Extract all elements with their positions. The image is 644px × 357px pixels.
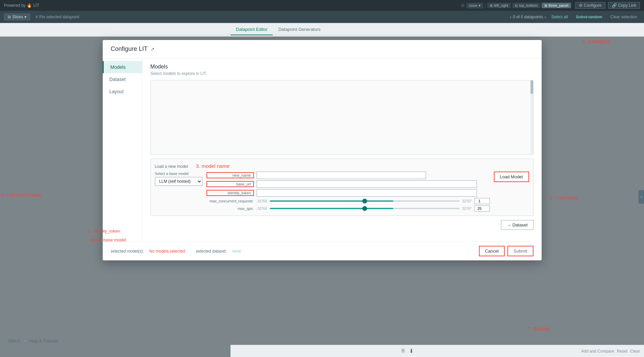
base-model-select: Select a base model LLM (self hosted) bbox=[155, 172, 202, 186]
reset-label: Reset bbox=[617, 349, 627, 354]
max-qps-max: 32767 bbox=[462, 207, 472, 211]
max-concurrent-slider[interactable] bbox=[270, 200, 460, 202]
cancel-button[interactable]: Cancel bbox=[479, 246, 505, 256]
load-model-header: Load a new model 3. model name bbox=[155, 163, 529, 169]
load-model-section: Load a new model 3. model name Select a … bbox=[150, 159, 534, 216]
load-model-controls: Select a base model LLM (self hosted) ne… bbox=[155, 172, 529, 212]
datapoints-nav: ‹ 0 of 0 datapoints › bbox=[510, 14, 546, 20]
pin-button[interactable]: # Pin selected datapoint bbox=[33, 14, 82, 20]
datapoints-count: 0 of 0 datapoints bbox=[513, 15, 543, 19]
identity-token-input[interactable] bbox=[257, 189, 477, 197]
load-model-label: Load a new model bbox=[155, 164, 188, 169]
pin-icon: # bbox=[36, 15, 38, 19]
nav-item-dataset[interactable]: Dataset bbox=[103, 73, 142, 85]
max-concurrent-spinner[interactable] bbox=[475, 198, 490, 204]
top-bar-right: ⚙ Configure 🔗 Copy Link bbox=[571, 2, 644, 9]
second-bar-right: ‹ 0 of 0 datapoints › Select all Select … bbox=[510, 14, 640, 20]
bottom-icons: ⎘ ⬇ bbox=[402, 348, 414, 354]
load-model-button[interactable]: Load Model bbox=[494, 172, 529, 182]
pin-label: Pin selected datapoint bbox=[39, 15, 79, 19]
new-name-label: new_name: bbox=[206, 172, 254, 178]
external-link-icon[interactable]: ↗ bbox=[150, 46, 155, 52]
load-model-btn-label: Load Model bbox=[500, 174, 523, 179]
layout-left-right-btn[interactable]: ⊞ left_right bbox=[487, 3, 511, 8]
nav-item-models[interactable]: Models bbox=[103, 61, 142, 73]
max-concurrent-label: max_concurrent_requests: bbox=[206, 199, 254, 203]
reset-button[interactable]: Reset bbox=[617, 349, 627, 354]
grid-icon-3: ⊞ bbox=[544, 4, 547, 7]
base-url-input[interactable] bbox=[257, 180, 477, 188]
footer-sep: • bbox=[24, 339, 25, 343]
slider-row-concurrent: max_concurrent_requests: -32768 32767 bbox=[206, 198, 490, 204]
brand: Powered by 🔥 LIT bbox=[4, 3, 39, 8]
selected-dataset-label: selected dataset: bbox=[196, 249, 227, 254]
help-link[interactable]: Help & Tutorials bbox=[30, 339, 59, 343]
slices-button[interactable]: ⧉ Slices ▾ bbox=[4, 14, 30, 20]
modal-overlay: Configure LIT ↗ Models Dataset Layout bbox=[0, 37, 644, 357]
settings-icon: ⚙ bbox=[461, 3, 465, 8]
new-name-input[interactable] bbox=[257, 172, 426, 179]
max-qps-label: max_qps: bbox=[206, 206, 254, 211]
brand-name: LIT bbox=[33, 3, 39, 8]
configure-modal: Configure LIT ↗ Models Dataset Layout bbox=[103, 40, 542, 260]
layout-none-label: none bbox=[469, 3, 477, 7]
configure-label: Configure bbox=[584, 3, 602, 8]
main-area: Configure LIT ↗ Models Dataset Layout bbox=[0, 37, 644, 357]
submit-label: Submit bbox=[514, 249, 527, 254]
modal-title: Configure LIT ↗ bbox=[111, 45, 155, 53]
second-bar: ⧉ Slices ▾ # Pin selected datapoint ‹ 0 … bbox=[0, 11, 644, 23]
dropdown-icon: ▾ bbox=[479, 3, 481, 8]
nav-dataset-label: Dataset bbox=[109, 77, 126, 82]
modal-sidebar: Models Dataset Layout bbox=[103, 58, 142, 241]
side-toggle[interactable]: › bbox=[639, 190, 644, 204]
dataset-nav-area: → Dataset bbox=[150, 220, 534, 230]
modal-title-text: Configure LIT bbox=[111, 45, 148, 53]
footer-info: selected model(s): No models selected se… bbox=[111, 249, 241, 254]
select-random-button[interactable]: Select random bbox=[573, 14, 605, 20]
tab-dg-label: Datapoint Generators bbox=[278, 27, 320, 32]
configure-button[interactable]: ⚙ Configure bbox=[575, 2, 605, 9]
add-compare-button[interactable]: Add and Compare bbox=[581, 349, 614, 354]
layout-top-bottom-btn[interactable]: ⊟ top_bottom bbox=[512, 3, 540, 8]
scroll-thumb bbox=[530, 80, 533, 94]
top-bar-left: Powered by 🔥 LIT bbox=[0, 3, 461, 8]
prev-datapoint-btn[interactable]: ‹ bbox=[510, 14, 511, 20]
cancel-label: Cancel bbox=[485, 249, 499, 254]
next-datapoint-btn[interactable]: › bbox=[544, 14, 546, 20]
selected-models-label: selected model(s): bbox=[111, 249, 144, 254]
select-random-label: Select random bbox=[576, 15, 602, 19]
link-icon: 🔗 bbox=[612, 3, 617, 8]
add-compare-bar: Add and Compare Reset Clear bbox=[230, 345, 644, 357]
footer-actions: Cancel Submit bbox=[479, 246, 534, 256]
layout-none-btn[interactable]: none ▾ bbox=[466, 3, 483, 8]
github-link[interactable]: Github bbox=[8, 339, 20, 343]
base-model-dropdown[interactable]: LLM (self hosted) bbox=[155, 177, 202, 186]
download-icon[interactable]: ⬇ bbox=[409, 348, 414, 354]
top-bar-center: ⚙ none ▾ | ⊞ left_right ⊟ top_bottom ⊞ t… bbox=[461, 3, 571, 8]
max-qps-spinner[interactable] bbox=[475, 205, 490, 212]
selected-dataset-value: none bbox=[232, 249, 241, 254]
modal-content-area: Models Select models to explore in LIT. … bbox=[142, 58, 542, 241]
params-grid: new_name: base_url: iden bbox=[206, 172, 490, 212]
layout-tb-label: top_bottom bbox=[519, 3, 538, 7]
model-name-annotation: 3. model name bbox=[196, 163, 229, 169]
select-all-button[interactable]: Select all bbox=[549, 14, 571, 20]
layout-three-panel-btn[interactable]: ⊞ three_panel bbox=[542, 3, 571, 8]
modal-body: Models Dataset Layout Models Select mode… bbox=[103, 58, 542, 241]
tab-datapoint-generators[interactable]: Datapoint Generators bbox=[273, 24, 326, 35]
section-subtitle: Select models to explore in LIT. bbox=[150, 71, 534, 76]
select-all-label: Select all bbox=[551, 15, 568, 19]
dataset-nav-button[interactable]: → Dataset bbox=[501, 220, 533, 230]
max-qps-slider[interactable] bbox=[270, 208, 460, 209]
copy-link-button[interactable]: 🔗 Copy Link bbox=[608, 2, 640, 9]
submit-button[interactable]: Submit bbox=[507, 246, 533, 256]
clear-selection-button[interactable]: Clear selection bbox=[608, 14, 640, 20]
tab-datapoint-editor[interactable]: Datapoint Editor bbox=[230, 24, 273, 35]
nav-models-label: Models bbox=[110, 64, 126, 70]
clear-button[interactable]: Clear bbox=[630, 349, 640, 354]
copy-icon[interactable]: ⎘ bbox=[402, 348, 405, 354]
nav-item-layout[interactable]: Layout bbox=[103, 85, 142, 98]
models-list-area[interactable] bbox=[150, 80, 534, 155]
section-title: Models bbox=[150, 64, 534, 70]
modal-footer: selected model(s): No models selected se… bbox=[103, 241, 542, 260]
